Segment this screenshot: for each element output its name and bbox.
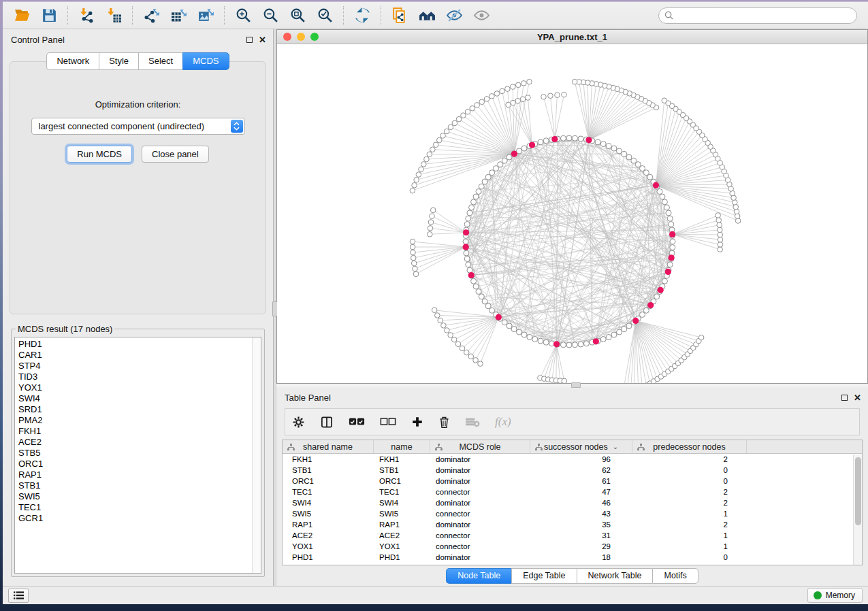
float-panel-icon[interactable] — [841, 395, 848, 401]
table-row[interactable]: YOX1YOX1connector291 — [283, 541, 862, 552]
table-cell: connector — [430, 488, 530, 496]
window-maximize-dot[interactable] — [310, 33, 319, 41]
mcds-result-item[interactable]: FKH1 — [18, 426, 261, 437]
table-panel: Table Panel ✕ f(x) s — [276, 387, 868, 586]
optimization-criterion-select[interactable]: largest connected component (undirected) — [31, 118, 245, 135]
table-cell: 0 — [632, 466, 747, 474]
mcds-result-item[interactable]: ORC1 — [18, 459, 261, 469]
export-image-icon — [197, 7, 214, 24]
export-table-button[interactable] — [165, 5, 192, 27]
mcds-result-item[interactable]: PHD1 — [18, 339, 261, 350]
mcds-result-item[interactable]: TEC1 — [18, 502, 261, 513]
vertical-splitter[interactable] — [273, 29, 276, 586]
add-column-button[interactable] — [411, 416, 423, 428]
tab-network[interactable]: Network — [46, 52, 99, 70]
table-scrollbar[interactable] — [853, 455, 862, 565]
mcds-result-item[interactable]: SWI4 — [18, 393, 261, 404]
dominator-node — [669, 231, 675, 237]
window-close-dot[interactable] — [283, 33, 291, 41]
table-row[interactable]: ACE2ACE2connector311 — [283, 530, 862, 541]
deselect-all-rows-button[interactable] — [380, 417, 396, 427]
mcds-result-item[interactable]: YOX1 — [18, 382, 261, 393]
zoom-fit-button[interactable] — [284, 5, 311, 27]
memory-button[interactable]: Memory — [807, 588, 863, 603]
new-network-from-selection-button[interactable] — [386, 5, 413, 27]
table-row[interactable]: ORC1ORC1dominator610 — [283, 476, 862, 486]
tab-style[interactable]: Style — [99, 52, 138, 70]
column-header-MCDS-role[interactable]: MCDS role — [430, 440, 530, 453]
mcds-result-item[interactable]: GCR1 — [18, 513, 261, 524]
table-cell: 61 — [530, 477, 632, 485]
table-row[interactable]: SWI5SWI5connector431 — [283, 508, 862, 519]
network-window-titlebar[interactable]: YPA_prune.txt_1 — [277, 30, 867, 44]
close-panel-icon[interactable]: ✕ — [854, 395, 861, 401]
table-row[interactable]: FKH1FKH1dominator962 — [283, 454, 862, 465]
hide-selected-button[interactable] — [440, 5, 468, 27]
save-session-button[interactable] — [35, 5, 63, 27]
import-table-button[interactable] — [100, 5, 127, 27]
zoom-in-button[interactable] — [229, 5, 257, 27]
select-stepper-icon — [231, 120, 243, 133]
table-row[interactable]: STB1STB1dominator620 — [283, 465, 862, 476]
tab-network-table[interactable]: Network Table — [577, 568, 653, 584]
column-header-predecessor-nodes[interactable]: predecessor nodes — [632, 440, 747, 453]
mcds-result-item[interactable]: SRD1 — [18, 404, 261, 415]
tab-select[interactable]: Select — [138, 52, 182, 70]
mcds-result-item[interactable]: RAP1 — [18, 469, 261, 480]
horizontal-splitter[interactable] — [276, 384, 868, 387]
table-cell: connector — [430, 542, 530, 550]
table-cell: SWI4 — [283, 499, 374, 507]
table-settings-button[interactable] — [292, 416, 305, 429]
mcds-list-scrollbar[interactable] — [252, 337, 261, 573]
window-minimize-dot[interactable] — [297, 33, 305, 41]
tab-node-table[interactable]: Node Table — [446, 568, 511, 584]
open-file-button[interactable] — [8, 5, 35, 27]
first-neighbors-button[interactable] — [413, 5, 440, 27]
mcds-result-item[interactable]: STB5 — [18, 448, 261, 459]
table-row[interactable]: PHD1PHD1dominator180 — [283, 552, 862, 563]
export-network-button[interactable] — [138, 5, 165, 27]
zoom-selected-button[interactable] — [311, 5, 338, 27]
network-graph[interactable] — [277, 44, 866, 383]
column-header-name[interactable]: name — [374, 440, 430, 453]
splitter-grip[interactable] — [571, 382, 581, 388]
tab-motifs[interactable]: Motifs — [652, 568, 698, 584]
tab-edge-table[interactable]: Edge Table — [511, 568, 576, 584]
mcds-result-item[interactable]: CAR1 — [18, 350, 261, 361]
import-network-button[interactable] — [73, 5, 100, 27]
mcds-result-item[interactable]: PMA2 — [18, 415, 261, 426]
refresh-view-button[interactable] — [349, 5, 376, 27]
table-row[interactable]: RAP1RAP1dominator352 — [283, 519, 862, 530]
run-mcds-button[interactable]: Run MCDS — [67, 146, 132, 163]
float-panel-icon[interactable] — [246, 37, 253, 43]
tab-mcds[interactable]: MCDS — [182, 52, 229, 70]
scrollbar-thumb[interactable] — [855, 457, 861, 525]
mcds-result-item[interactable]: SWI5 — [18, 491, 261, 502]
dominator-node — [511, 150, 517, 156]
mcds-result-item[interactable]: TID3 — [18, 371, 261, 382]
memory-label: Memory — [826, 591, 855, 600]
column-header-shared-name[interactable]: shared name — [283, 440, 374, 453]
mcds-result-item[interactable]: STP4 — [18, 361, 261, 371]
zoom-out-button[interactable] — [257, 5, 284, 27]
select-all-rows-button[interactable] — [349, 417, 365, 427]
delete-column-button[interactable] — [438, 416, 450, 429]
close-panel-button[interactable]: Close panel — [142, 146, 209, 163]
table-delete-icon — [465, 417, 480, 427]
table-row[interactable]: SWI4SWI4dominator462 — [283, 497, 862, 508]
show-columns-button[interactable] — [320, 416, 334, 429]
mcds-result-item[interactable]: ACE2 — [18, 437, 261, 448]
table-row[interactable]: TEC1TEC1connector472 — [283, 486, 862, 497]
export-image-button[interactable] — [192, 5, 219, 27]
task-history-button[interactable] — [8, 589, 29, 603]
mcds-result-list[interactable]: PHD1CAR1STP4TID3YOX1SWI4SRD1PMA2FKH1ACE2… — [14, 337, 261, 574]
close-panel-icon[interactable]: ✕ — [259, 37, 266, 43]
show-all-button[interactable] — [468, 5, 495, 27]
column-header-successor-nodes[interactable]: successor nodes⌄ — [530, 440, 632, 453]
mcds-result-item[interactable]: STB1 — [18, 480, 261, 491]
table-cell: STB1 — [283, 466, 374, 474]
table-cell: 2 — [632, 499, 747, 507]
network-canvas[interactable] — [277, 44, 867, 383]
search-input[interactable] — [677, 11, 851, 20]
main-toolbar — [3, 2, 868, 29]
